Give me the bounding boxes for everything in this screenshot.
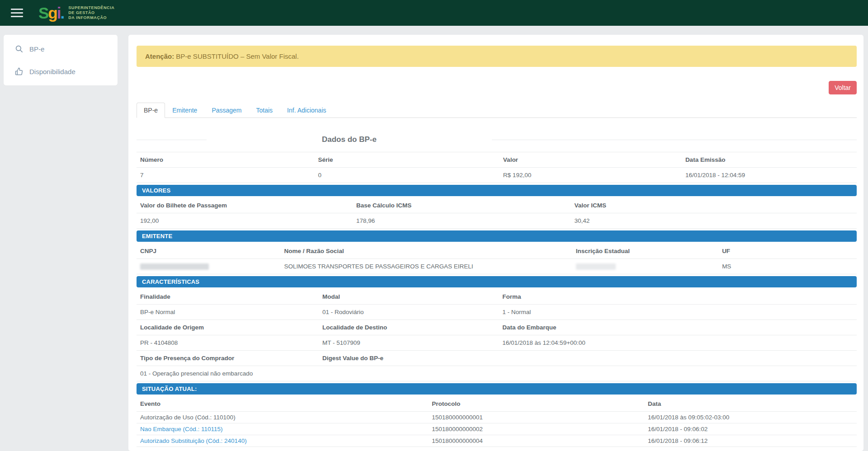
page-title: Dados do BP-e (207, 135, 492, 145)
event-row: Nao Embarque (Cód.: 110115) 150180000000… (137, 423, 857, 435)
evento-link-autorizado-substituicao[interactable]: Autorizado Substituição (Cód.: 240140) (140, 437, 247, 444)
finalidade-value: BP-e Normal (137, 305, 319, 319)
caracteristicas-value-row: PR - 4104808 MT - 5107909 16/01/2018 às … (137, 335, 857, 351)
caracteristicas-value-row: BP-e Normal 01 - Rodoviário 1 - Normal (137, 305, 857, 320)
valores-header-row: Valor do Bilhete de Passagem Base Cálcul… (137, 198, 857, 213)
valor-icms-value: 30,42 (571, 213, 857, 228)
caracteristicas-header-row: Tipo de Presença do Comprador Digest Val… (137, 351, 857, 366)
warning-message: BP-e SUBSTITUÍDO – Sem Valor Fiscal. (176, 52, 298, 60)
valores-value-row: 192,00 178,96 30,42 (137, 213, 857, 229)
top-navbar: Sgi. SUPERINTENDÊNCIA DE GESTÃO DA INFOR… (0, 0, 868, 26)
razao-social-value: SOLIMOES TRANSPORTES DE PASSAGEIROS E CA… (281, 259, 572, 274)
emitente-value-row: SOLIMOES TRANSPORTES DE PASSAGEIROS E CA… (137, 259, 857, 274)
data-embarque-value: 16/01/2018 às 12:04:59+00:00 (499, 335, 857, 350)
tab-inf-adicionais[interactable]: Inf. Adicionais (280, 103, 333, 118)
uf-value: MS (718, 259, 857, 274)
tab-bpe[interactable]: BP-e (137, 103, 165, 118)
sidebar-item-disponibilidade[interactable]: Disponibilidade (4, 60, 118, 83)
base-calculo-icms-value: 178,96 (353, 213, 571, 228)
sidebar-item-label: BP-e (29, 45, 44, 53)
digest-value (319, 366, 499, 381)
main-panel: Atenção: BP-e SUBSTITUÍDO – Sem Valor Fi… (128, 35, 863, 451)
numero-value: 7 (137, 168, 314, 183)
serie-value: 0 (314, 168, 499, 183)
section-header-valores: VALORES (137, 185, 857, 196)
org-name: SUPERINTENDÊNCIA DE GESTÃO DA INFORMAÇÃO (68, 5, 114, 20)
thumbs-up-icon (15, 67, 23, 75)
caracteristicas-header-row: Localidade de Origem Localidade de Desti… (137, 320, 857, 335)
identificacao-value-row: 7 0 R$ 192,00 16/01/2018 - 12:04:59 (137, 168, 857, 183)
identificacao-header-row: Número Série Valor Data Emissão (137, 152, 857, 168)
cnpj-value (137, 259, 281, 274)
evento-label: Autorização de Uso (Cód.: 110100) (137, 412, 428, 423)
valor-bilhete-value: 192,00 (137, 213, 353, 228)
localidade-origem-value: PR - 4104808 (137, 335, 319, 350)
modal-value: 01 - Rodoviário (319, 305, 499, 319)
app-logo[interactable]: Sgi. SUPERINTENDÊNCIA DE GESTÃO DA INFOR… (38, 5, 114, 21)
sidebar: BP-e Disponibilidade (4, 35, 118, 85)
warning-banner: Atenção: BP-e SUBSTITUÍDO – Sem Valor Fi… (137, 46, 857, 67)
search-icon (15, 45, 23, 53)
data-value: 16/01/2018 às 09:05:02-03:00 (644, 412, 857, 423)
bpe-data-table: Número Série Valor Data Emissão 7 0 R$ 1… (137, 152, 857, 447)
localidade-destino-value: MT - 5107909 (319, 335, 499, 350)
protocolo-value: 150180000000002 (428, 423, 644, 435)
sidebar-item-label: Disponibilidade (29, 68, 75, 75)
section-header-caracteristicas: CARACTERÍSTICAS (137, 276, 857, 287)
situacao-header-row: Evento Protocolo Data (137, 396, 857, 412)
caracteristicas-value-row: 01 - Operação presencial não embarcado (137, 366, 857, 381)
protocolo-value: 150180000000004 (428, 435, 644, 446)
event-row: Autorização de Uso (Cód.: 110100) 150180… (137, 412, 857, 423)
data-value: 16/01/2018 - 09:06:12 (644, 435, 857, 446)
tab-emitente[interactable]: Emitente (165, 103, 204, 118)
section-header-situacao-atual: SITUAÇÃO ATUAL: (137, 383, 857, 395)
evento-link-nao-embarque[interactable]: Nao Embarque (Cód.: 110115) (140, 426, 223, 432)
tab-passagem[interactable]: Passagem (204, 103, 249, 118)
tab-bar: BP-e Emitente Passagem Totais Inf. Adici… (137, 103, 857, 118)
sidebar-item-bpe[interactable]: BP-e (4, 38, 118, 60)
inscricao-estadual-value (572, 259, 718, 274)
sgi-logo-text: Sgi. (38, 5, 64, 21)
redacted-inscricao-estadual (576, 263, 616, 270)
event-row: Autorizado Substituição (Cód.: 240140) 1… (137, 435, 857, 447)
forma-value: 1 - Normal (499, 305, 857, 319)
hamburger-menu-icon[interactable] (11, 9, 23, 17)
caracteristicas-header-row: Finalidade Modal Forma (137, 289, 857, 305)
emitente-header-row: CNPJ Nome / Razão Social Inscrição Estad… (137, 244, 857, 259)
data-value: 16/01/2018 - 09:06:02 (644, 423, 857, 435)
warning-title: Atenção: (145, 52, 174, 60)
section-header-emitente: EMITENTE (137, 230, 857, 242)
actions-row: Voltar (137, 81, 857, 94)
page-layout: BP-e Disponibilidade Atenção: BP-e SUBST… (0, 26, 868, 451)
valor-value: R$ 192,00 (500, 168, 682, 183)
tab-totais[interactable]: Totais (249, 103, 280, 118)
back-button[interactable]: Voltar (829, 81, 857, 94)
protocolo-value: 150180000000001 (428, 412, 644, 423)
data-emissao-value: 16/01/2018 - 12:04:59 (682, 168, 857, 183)
tipo-presenca-value: 01 - Operação presencial não embarcado (137, 366, 319, 381)
redacted-cnpj (140, 263, 209, 270)
section-title-row: Dados do BP-e (137, 135, 857, 145)
